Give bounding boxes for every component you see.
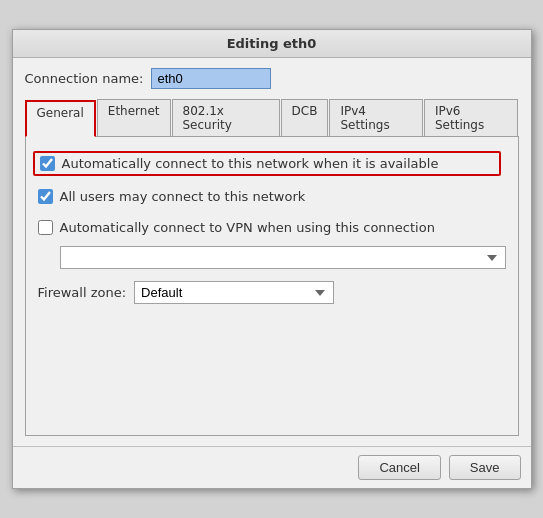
tab-ethernet[interactable]: Ethernet [97,99,171,136]
dialog-title: Editing eth0 [13,30,531,58]
tab-panel-general: Automatically connect to this network wh… [25,137,519,436]
auto-connect-row: Automatically connect to this network wh… [33,151,501,176]
tab-general[interactable]: General [25,100,96,137]
vpn-checkbox[interactable] [38,220,53,235]
tabs-bar: General Ethernet 802.1x Security DCB IPv… [25,99,519,137]
auto-connect-label[interactable]: Automatically connect to this network wh… [62,156,439,171]
vpn-dropdown[interactable] [60,246,506,269]
button-bar: Cancel Save [13,446,531,488]
all-users-label[interactable]: All users may connect to this network [60,189,306,204]
firewall-zone-row: Firewall zone: Default [38,281,506,304]
dialog: Editing eth0 Connection name: General Et… [12,29,532,489]
tab-dcb[interactable]: DCB [281,99,329,136]
auto-connect-checkbox[interactable] [40,156,55,171]
vpn-label[interactable]: Automatically connect to VPN when using … [60,220,435,235]
tab-ipv6[interactable]: IPv6 Settings [424,99,518,136]
connection-name-label: Connection name: [25,71,144,86]
vpn-row: Automatically connect to VPN when using … [38,217,506,238]
dialog-content: Connection name: General Ethernet 802.1x… [13,58,531,446]
all-users-row: All users may connect to this network [38,186,506,207]
all-users-checkbox[interactable] [38,189,53,204]
connection-name-row: Connection name: [25,68,519,89]
cancel-button[interactable]: Cancel [358,455,440,480]
vpn-dropdown-row [60,246,506,269]
firewall-dropdown[interactable]: Default [134,281,334,304]
connection-name-input[interactable] [151,68,271,89]
firewall-label: Firewall zone: [38,285,127,300]
tab-security[interactable]: 802.1x Security [172,99,280,136]
save-button[interactable]: Save [449,455,521,480]
tab-ipv4[interactable]: IPv4 Settings [329,99,423,136]
